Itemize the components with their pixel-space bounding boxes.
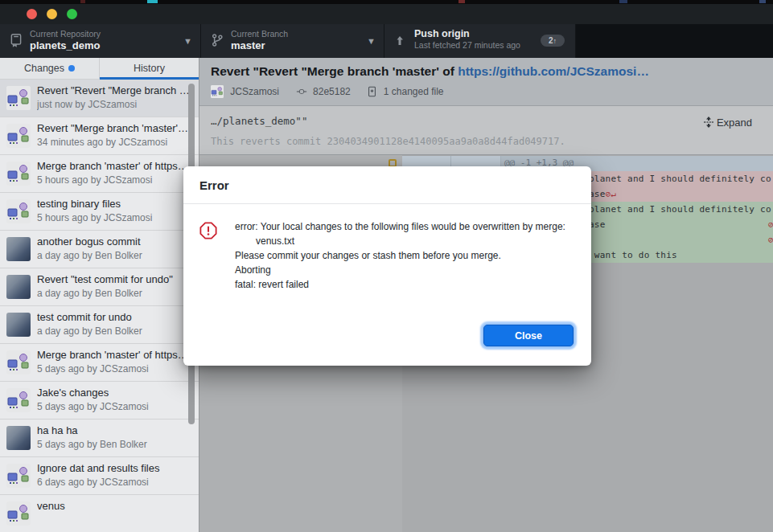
branch-name: master	[231, 39, 288, 52]
push-origin-button[interactable]: Push origin Last fetched 27 minutes ago …	[384, 24, 576, 58]
dialog-message-line: error: Your local changes to the followi…	[235, 219, 565, 234]
author-photo	[6, 426, 31, 450]
arrow-up-icon	[393, 35, 409, 51]
artifact-sliver	[147, 0, 158, 3]
push-sublabel: Last fetched 27 minutes ago	[414, 39, 520, 51]
commit-icon	[296, 86, 307, 97]
diff-line-text: ase	[589, 219, 606, 230]
artifact-sliver	[80, 0, 85, 3]
commit-meta: 5 days ago by Ben Bolker	[37, 439, 194, 450]
commit-avatar	[6, 199, 31, 223]
commit-avatar	[6, 124, 31, 148]
error-stop-icon	[199, 222, 217, 239]
author-avatar	[211, 85, 224, 98]
tab-history[interactable]: History	[100, 58, 199, 80]
commit-description-line1: …/planets_demo""	[211, 115, 307, 127]
commit-list-item[interactable]: ha ha ha 5 days ago by Ben Bolker	[0, 419, 199, 457]
commit-avatar	[6, 501, 31, 526]
commit-description-line2: This reverts commit 2304034901128e414009…	[211, 136, 565, 147]
error-dialog: Error error: Your local changes to the f…	[183, 166, 591, 366]
diff-line-text: planet and I should definitely co	[589, 174, 771, 184]
dialog-message-line: Aborting	[235, 263, 565, 277]
close-button[interactable]: Close	[483, 325, 574, 346]
push-label: Push origin	[414, 28, 520, 39]
commit-title: ha ha ha	[37, 424, 190, 436]
git-branch-icon	[210, 33, 226, 49]
branch-switcher-button[interactable]: Current Branch master ▼	[201, 24, 384, 58]
commit-list-item[interactable]: Ignore dat and results files 6 days ago …	[0, 457, 199, 495]
tab-changes-label: Changes	[24, 63, 64, 74]
commit-meta: 5 days ago by JCSzamosi	[37, 363, 194, 374]
commit-title: another bogus commit	[37, 235, 190, 248]
commit-title: Ignore dat and results files	[37, 462, 190, 474]
history-sidebar: Changes History Revert "Revert "Merge br…	[0, 58, 199, 532]
artifact-sliver	[619, 0, 627, 3]
chevron-down-icon: ▼	[367, 36, 376, 46]
commit-description: …/planets_demo"" This reverts commit 230…	[199, 106, 773, 155]
commit-list-item[interactable]: Revert "test commit for undo" a day ago …	[0, 268, 199, 306]
app-window: Current Repository planets_demo ▼ Curren…	[0, 0, 773, 532]
diff-line-text: want to do this	[589, 250, 677, 260]
commit-list-item[interactable]: testing binary files 5 hours ago by JCSz…	[0, 193, 199, 231]
commit-avatar	[6, 237, 31, 261]
fullscreen-window-button[interactable]	[67, 9, 77, 19]
commit-meta: just now by JCSzamosi	[37, 99, 194, 110]
diff-line-text: planet and I should definitely co	[589, 204, 771, 215]
close-window-button[interactable]	[27, 9, 37, 19]
commit-meta: a day ago by Ben Bolker	[37, 250, 194, 261]
commit-meta: 5 hours ago by JCSzamosi	[37, 212, 194, 223]
repository-switcher-button[interactable]: Current Repository planets_demo ▼	[0, 24, 201, 58]
commit-meta: 6 days ago by JCSzamosi	[37, 477, 194, 488]
commit-meta: 5 hours ago by JCSzamosi	[37, 174, 194, 186]
dialog-message: error: Your local changes to the followi…	[235, 219, 565, 292]
expand-button[interactable]: Expand	[704, 117, 752, 129]
line-overflow-glyph: ⊘↵	[768, 235, 773, 245]
commit-list-item[interactable]: test commit for undo a day ago by Ben Bo…	[0, 306, 199, 344]
tab-history-label: History	[134, 63, 165, 74]
commit-title: Revert "test commit for undo"	[37, 273, 190, 285]
chevron-down-icon: ▼	[183, 36, 192, 46]
commit-list-item[interactable]: Revert "Merge branch 'master'… 34 minute…	[0, 117, 199, 155]
commit-list-item[interactable]: venus	[0, 495, 199, 532]
dialog-message-line: fatal: revert failed	[235, 277, 565, 292]
commit-meta: a day ago by Ben Bolker	[37, 288, 194, 299]
commit-list-item[interactable]: Jake's changes 5 days ago by JCSzamosi	[0, 382, 199, 419]
dialog-divider	[183, 203, 591, 204]
artifact-sliver	[458, 0, 465, 3]
commit-list-item[interactable]: another bogus commit a day ago by Ben Bo…	[0, 231, 199, 268]
changed-file-icon	[367, 86, 377, 97]
commit-title-heading: Revert "Revert "Merge branch 'master' of…	[211, 64, 766, 79]
commit-history-list: Revert "Revert "Merge branch … just now …	[0, 80, 199, 532]
dialog-message-line: venus.txt	[235, 234, 565, 248]
unfold-icon	[704, 117, 713, 128]
author-photo	[6, 237, 31, 261]
commit-list-item[interactable]: Merge branch 'master' of https… 5 days a…	[0, 344, 199, 382]
commit-title-link[interactable]: https://github.com/JCSzamosi…	[458, 64, 649, 78]
author-name: JCSzamosi	[230, 86, 279, 97]
commit-list-item[interactable]: Revert "Revert "Merge branch … just now …	[0, 80, 199, 117]
author-photo	[6, 313, 31, 337]
commit-title: test commit for undo	[37, 311, 190, 323]
expand-label: Expand	[717, 117, 752, 129]
commit-title: Revert "Merge branch 'master'…	[37, 122, 190, 134]
commit-list-item[interactable]: Merge branch 'master' of https… 5 hours …	[0, 155, 199, 193]
dialog-title: Error	[199, 178, 229, 192]
diff-line-text: ase⊘↵	[589, 189, 616, 199]
artifact-sliver	[759, 0, 766, 3]
minimize-window-button[interactable]	[47, 9, 57, 19]
dialog-message-line: Please commit your changes or stash them…	[235, 248, 565, 263]
commit-title-text: Revert "Revert "Merge branch 'master' of	[211, 64, 458, 78]
commit-title: testing binary files	[37, 198, 190, 210]
commit-avatar	[6, 162, 31, 186]
commit-title: Merge branch 'master' of https…	[37, 160, 190, 172]
commit-avatar	[6, 464, 31, 488]
window-titlebar	[0, 4, 773, 24]
no-newline-icon: ⊘↵	[606, 189, 617, 199]
commit-avatar	[6, 275, 31, 299]
repository-label: Current Repository	[30, 28, 101, 39]
app-toolbar: Current Repository planets_demo ▼ Curren…	[0, 24, 773, 58]
tab-changes[interactable]: Changes	[0, 58, 100, 80]
commit-avatar	[6, 86, 31, 110]
commit-meta: a day ago by Ben Bolker	[37, 325, 194, 337]
commit-title: Merge branch 'master' of https…	[37, 349, 190, 361]
